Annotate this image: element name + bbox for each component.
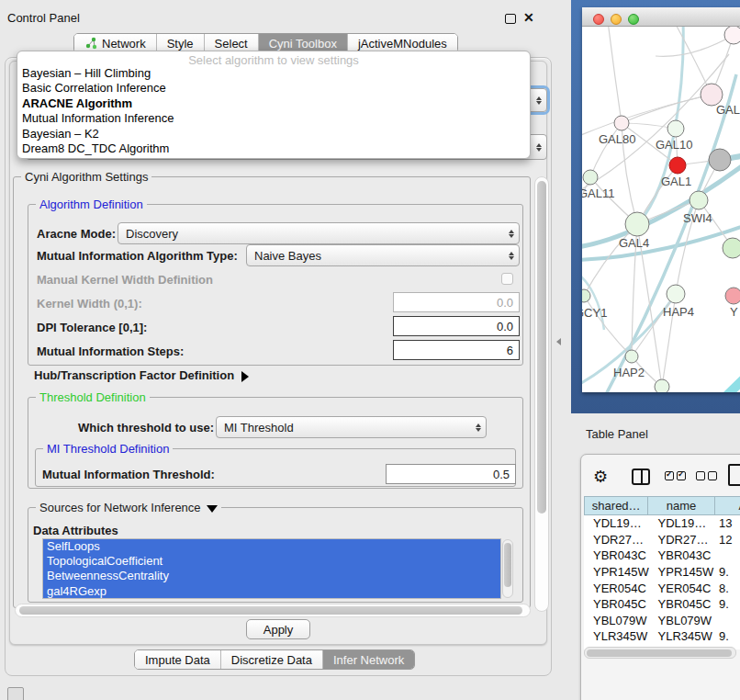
network-icon — [84, 37, 97, 50]
tab-cyni-toolbox-label: Cyni Toolbox — [269, 37, 337, 51]
deselect-all-checkboxes-icon[interactable] — [696, 471, 717, 480]
tab-discretize-data[interactable]: Discretize Data — [221, 650, 323, 669]
combo-arrows-icon — [471, 423, 486, 432]
window-minimize-icon[interactable] — [611, 14, 622, 25]
algorithm-placeholder: Select algorithm to view settings — [17, 51, 530, 66]
mi-algorithm-type-combo[interactable]: Naive Bayes — [246, 244, 520, 266]
table-row[interactable]: YDR27…YDR27…12 — [584, 532, 740, 548]
tab-infer-network[interactable]: Infer Network — [323, 650, 414, 669]
hub-definition-toggle[interactable]: Hub/Transcription Factor Definition — [34, 368, 249, 382]
which-threshold-label: Which threshold to use: — [78, 421, 214, 435]
network-node[interactable] — [614, 116, 629, 130]
table-row[interactable]: YER054CYER054C8. — [584, 580, 740, 596]
network-window-titlebar[interactable] — [582, 7, 740, 27]
table-cell: YBR043C — [649, 548, 715, 562]
table-cell: YDL19… — [649, 516, 715, 530]
network-node[interactable] — [582, 289, 590, 302]
bottom-tab-bar: Impute Data Discretize Data Infer Networ… — [134, 649, 415, 670]
algorithm-option[interactable]: Bayesian – Hill Climbing — [17, 66, 530, 81]
mi-steps-label: Mutual Information Steps: — [37, 344, 184, 358]
table-cell: YPR145W — [649, 565, 715, 579]
window-zoom-icon[interactable] — [628, 14, 639, 25]
network-node[interactable] — [669, 157, 686, 174]
tab-impute-data[interactable]: Impute Data — [135, 650, 221, 669]
algorithm-option[interactable]: Mutual Information Inference — [17, 111, 530, 126]
select-all-checkboxes-icon[interactable] — [665, 471, 686, 480]
attributes-scrollbar[interactable] — [502, 539, 513, 598]
column-selector-icon[interactable] — [632, 469, 650, 485]
network-node[interactable] — [625, 350, 638, 363]
mi-steps-field[interactable]: 6 — [393, 340, 520, 360]
sources-toggle[interactable]: Sources for Network Inference — [36, 501, 221, 514]
table-cell: YBL079W — [649, 614, 715, 627]
close-panel-icon[interactable]: ✕ — [523, 10, 534, 25]
table-cell: 9. — [715, 629, 740, 643]
hub-definition-label: Hub/Transcription Factor Definition — [34, 368, 234, 382]
tab-infer-network-label: Infer Network — [333, 653, 404, 667]
table-horizontal-scrollbar[interactable] — [584, 647, 736, 659]
algorithm-option[interactable]: Bayesian – K2 — [17, 127, 530, 141]
table-panel-title: Table Panel — [586, 427, 648, 441]
network-node-label: HAP2 — [613, 366, 645, 379]
column-header[interactable]: A — [715, 496, 740, 515]
network-node[interactable] — [667, 120, 684, 137]
mi-type-label: Mutual Information Algorithm Type: — [37, 249, 238, 263]
table-row[interactable]: YDL19…YDL19…13 — [584, 515, 740, 532]
network-node[interactable] — [583, 170, 598, 185]
kernel-width-field[interactable]: 0.0 — [393, 292, 520, 312]
network-node[interactable] — [723, 238, 740, 258]
data-attribute-item[interactable]: gal4RGexp — [43, 584, 500, 599]
algorithm-option[interactable]: ARACNE Algorithm — [17, 96, 530, 111]
settings-vertical-scrollbar[interactable] — [534, 176, 549, 612]
window-close-icon[interactable] — [593, 14, 604, 25]
network-edges — [582, 27, 740, 392]
table-settings-gear-icon[interactable]: ⚙ — [593, 467, 608, 487]
network-node-label: GAL1 — [661, 175, 691, 188]
data-attribute-item[interactable]: SelfLoops — [43, 539, 500, 554]
table-row[interactable]: YBR045CYBR045C9. — [584, 596, 740, 613]
algorithm-definition-title: Algorithm Definition — [36, 198, 147, 211]
table-row[interactable]: YLR345WYLR345W9. — [584, 628, 740, 645]
tab-cyni-toolbox[interactable]: Cyni Toolbox — [259, 34, 348, 52]
settings-horizontal-scrollbar[interactable] — [15, 604, 531, 617]
table-row[interactable]: YPR145WYPR145W9. — [584, 564, 740, 581]
control-panel-titlebar: Control Panel ✕ — [0, 0, 555, 24]
aracne-mode-label: Aracne Mode: — [37, 227, 116, 241]
network-node[interactable] — [667, 285, 685, 303]
table-cell: YLR345W — [649, 629, 715, 643]
algorithm-option[interactable]: Basic Correlation Inference — [17, 81, 530, 96]
table-cell: YBL079W — [584, 614, 649, 627]
network-node[interactable] — [709, 149, 731, 171]
aracne-mode-combo[interactable]: Discovery — [118, 222, 520, 244]
data-attribute-item[interactable]: BetweennessCentrality — [43, 569, 500, 583]
export-table-icon[interactable] — [728, 464, 740, 486]
tab-style[interactable]: Style — [157, 34, 205, 52]
kernel-width-label: Kernel Width (0,1): — [37, 297, 142, 310]
network-node[interactable] — [724, 27, 740, 44]
panel-divider-arrow[interactable] — [556, 338, 561, 345]
float-window-icon[interactable] — [505, 14, 516, 24]
show-panel-icon[interactable] — [7, 687, 24, 700]
network-node[interactable] — [725, 288, 740, 304]
data-attribute-item[interactable]: TopologicalCoefficient — [43, 554, 500, 569]
dpi-tolerance-field[interactable]: 0.0 — [393, 316, 520, 336]
network-node[interactable] — [625, 212, 649, 236]
tab-jactivemnodules[interactable]: jActiveMNodules — [348, 34, 457, 52]
apply-button[interactable]: Apply — [246, 619, 310, 639]
network-node[interactable] — [655, 379, 669, 392]
tab-select[interactable]: Select — [205, 34, 259, 52]
manual-kernel-checkbox[interactable] — [501, 273, 513, 285]
column-header[interactable]: name — [648, 496, 714, 515]
network-canvas[interactable]: GALGAL80GAL10GAL1GAL11SWI4GAL4GCY1HAP4YH… — [582, 27, 740, 392]
column-header[interactable]: shared… — [584, 496, 648, 515]
algorithm-option[interactable]: Dream8 DC_TDC Algorithm — [17, 141, 530, 156]
sources-title: Sources for Network Inference — [39, 501, 201, 514]
table-row[interactable]: YBL079WYBL079W — [584, 613, 740, 629]
data-attributes-list[interactable]: SelfLoopsTopologicalCoefficientBetweenne… — [42, 538, 501, 599]
network-node[interactable] — [690, 191, 708, 209]
mi-threshold-field[interactable]: 0.5 — [386, 464, 516, 484]
table-cell: YBR045C — [649, 597, 715, 611]
which-threshold-combo[interactable]: MI Threshold — [216, 416, 487, 438]
tab-network[interactable]: Network — [74, 34, 157, 52]
table-row[interactable]: YBR043CYBR043C — [584, 548, 740, 564]
